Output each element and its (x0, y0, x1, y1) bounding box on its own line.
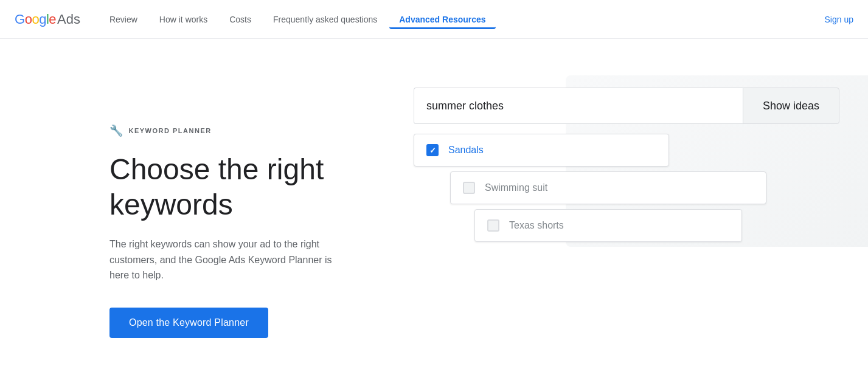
keyword-results: Sandals Swimming suit Texas shorts (414, 134, 839, 242)
nav-advanced-resources[interactable]: Advanced Resources (389, 10, 495, 29)
logo-e: e (49, 12, 56, 27)
nav-links: Review How it works Costs Frequently ask… (100, 10, 496, 29)
logo-g2: g (39, 12, 46, 27)
nav-costs[interactable]: Costs (220, 10, 261, 29)
signup-link[interactable]: Sign up (825, 15, 853, 24)
section-label: Keyword Planner (129, 127, 212, 134)
logo-o1: o (25, 12, 32, 27)
logo-ads: Ads (57, 12, 80, 27)
show-ideas-button[interactable]: Show ideas (743, 88, 839, 124)
checkbox-swimming-suit[interactable] (463, 182, 475, 194)
cta-button[interactable]: Open the Keyword Planner (109, 308, 268, 338)
keyword-text-texas-shorts: Texas shorts (509, 220, 564, 231)
left-section: 🔧 Keyword Planner Choose the right keywo… (109, 75, 365, 338)
nav-faq[interactable]: Frequently asked questions (263, 10, 387, 29)
checkbox-sandals[interactable] (426, 144, 439, 156)
keyword-item-sandals: Sandals (414, 134, 669, 167)
nav-review[interactable]: Review (100, 10, 147, 29)
keyword-item-texas-shorts: Texas shorts (474, 209, 742, 242)
search-input[interactable] (414, 88, 743, 124)
logo: Google Ads (15, 12, 80, 27)
description: The right keywords can show your ad to t… (109, 236, 341, 283)
keyword-item-swimming-suit: Swimming suit (450, 171, 766, 204)
headline: Choose the right keywords (109, 152, 365, 222)
logo-o2: o (32, 12, 39, 27)
keyword-text-swimming-suit: Swimming suit (485, 182, 547, 193)
logo-g: G (15, 12, 25, 27)
main-content: 🔧 Keyword Planner Choose the right keywo… (0, 39, 868, 385)
wrench-icon: 🔧 (109, 124, 124, 137)
main-nav: Google Ads Review How it works Costs Fre… (0, 0, 868, 39)
right-section: Show ideas Sandals Swimming suit Texas s… (414, 75, 839, 247)
search-row: Show ideas (414, 88, 839, 124)
checkbox-texas-shorts[interactable] (487, 219, 499, 232)
nav-how-it-works[interactable]: How it works (150, 10, 217, 29)
keyword-text-sandals: Sandals (448, 145, 484, 156)
section-label-container: 🔧 Keyword Planner (109, 124, 365, 137)
